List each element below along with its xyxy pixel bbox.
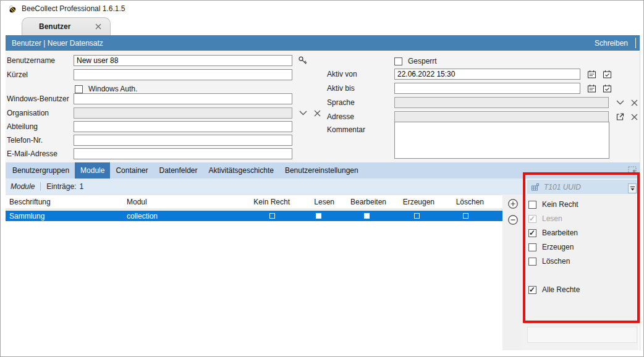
module-info-bar: Module Einträge: 1 <box>6 178 522 195</box>
col-erzeugen[interactable]: Erzeugen <box>392 198 441 206</box>
tab-benutzer[interactable]: Benutzer <box>22 17 111 35</box>
cell-modul: collection <box>127 212 248 220</box>
document-tab-row: Benutzer <box>1 17 643 35</box>
sprache-input[interactable] <box>394 97 609 108</box>
table-field-icon <box>531 183 540 191</box>
panel-checkbox-erzeugen[interactable] <box>528 243 536 251</box>
col-modul[interactable]: Modul <box>127 198 248 206</box>
organisation-label: Organisation <box>7 109 74 117</box>
panel-label-lesen: Lesen <box>542 214 562 223</box>
tab-container[interactable]: Container <box>110 162 153 178</box>
calendar-icon[interactable] <box>586 83 597 94</box>
schreiben-button[interactable]: Schreiben <box>595 39 630 48</box>
calendar-check-icon[interactable] <box>601 83 612 94</box>
windows-benutzer-label: Windows-Benutzer <box>7 94 74 103</box>
record-header-bar: Benutzer | Neuer Datensatz Schreiben <box>6 35 642 51</box>
panel-label-loeschen: Löschen <box>542 257 570 266</box>
adresse-label: Adresse <box>327 112 394 121</box>
divider <box>635 38 636 48</box>
panel-label-alle-rechte: Alle Rechte <box>542 285 580 294</box>
adresse-input[interactable] <box>394 111 609 122</box>
telefon-label: Telefon-Nr. <box>7 136 74 145</box>
panel-footer <box>527 327 637 343</box>
tab-benutzereinstellungen[interactable]: Benutzereinstellungen <box>279 162 364 178</box>
module-table: Beschriftung Modul Kein Recht Lesen Bear… <box>6 195 502 350</box>
table-header-row: Beschriftung Modul Kein Recht Lesen Bear… <box>6 195 502 209</box>
right-gutter <box>640 35 643 350</box>
telefon-input[interactable] <box>74 135 292 146</box>
clear-x-icon[interactable] <box>311 107 323 119</box>
entries-label: Einträge: <box>46 182 76 191</box>
external-link-icon[interactable] <box>614 111 625 122</box>
remove-row-button[interactable] <box>507 214 519 225</box>
col-beschriftung[interactable]: Beschriftung <box>6 198 127 206</box>
table-row[interactable]: Sammlung collection <box>6 211 502 221</box>
panel-checkbox-kein-recht[interactable] <box>528 201 536 209</box>
cell-beschriftung: Sammlung <box>6 212 127 220</box>
row-checkbox-loeschen[interactable] <box>463 213 468 219</box>
close-icon[interactable] <box>95 23 102 30</box>
kuerzel-label: Kürzel <box>7 70 74 79</box>
email-label: E-Mail-Adresse <box>7 149 74 158</box>
app-window: BeeCollect Professional 1.6.1.5 Benutzer… <box>0 0 644 357</box>
row-checkbox-erzeugen[interactable] <box>414 213 420 219</box>
bee-app-icon <box>6 3 17 14</box>
calendar-check-icon[interactable] <box>601 69 612 80</box>
abteilung-label: Abteilung <box>7 122 74 131</box>
row-checkbox-kein-recht[interactable] <box>269 213 275 219</box>
col-bearbeiten[interactable]: Bearbeiten <box>341 198 392 206</box>
float-window-icon[interactable] <box>628 166 637 174</box>
windows-auth-checkbox[interactable] <box>75 85 83 93</box>
entries-count: 1 <box>79 182 83 191</box>
windows-benutzer-input[interactable] <box>74 93 292 104</box>
panel-checkbox-loeschen[interactable] <box>528 258 536 266</box>
benutzername-input[interactable] <box>74 55 292 66</box>
panel-checkbox-lesen <box>528 215 536 223</box>
clear-x-icon[interactable] <box>629 97 640 108</box>
tab-aktivitaetsgeschichte[interactable]: Aktivitätsgeschichte <box>203 162 279 178</box>
chevron-down-icon[interactable] <box>614 97 625 108</box>
tab-benutzergruppen[interactable]: Benutzergruppen <box>7 162 75 178</box>
add-row-button[interactable] <box>507 198 519 209</box>
panel-label-erzeugen: Erzeugen <box>542 243 574 251</box>
gesperrt-checkbox[interactable] <box>394 57 402 65</box>
col-loeschen[interactable]: Löschen <box>441 198 490 206</box>
kuerzel-input[interactable] <box>74 69 292 80</box>
aktiv-von-input[interactable] <box>394 69 580 80</box>
key-icon[interactable] <box>297 55 308 66</box>
benutzername-label: Benutzername <box>7 56 74 65</box>
panel-label-bearbeiten: Bearbeiten <box>542 229 578 237</box>
col-lesen[interactable]: Lesen <box>296 198 341 206</box>
rights-panel-title: T101 UUID <box>544 183 581 191</box>
window-title: BeeCollect Professional 1.6.1.5 <box>22 4 125 13</box>
rights-panel-header: T101 UUID <box>527 180 637 194</box>
col-kein-recht[interactable]: Kein Recht <box>248 198 296 206</box>
organisation-input[interactable] <box>74 107 292 119</box>
email-input[interactable] <box>74 148 292 159</box>
panel-checkbox-alle-rechte[interactable] <box>528 286 536 294</box>
record-title: Benutzer | Neuer Datensatz <box>12 39 103 48</box>
windows-auth-label: Windows Auth. <box>88 85 137 93</box>
rights-panel: T101 UUID Kein Recht Lesen Bearbeiten Er… <box>522 178 638 350</box>
panel-dropdown-button[interactable] <box>628 183 637 193</box>
title-bar: BeeCollect Professional 1.6.1.5 <box>1 1 643 17</box>
tab-datenfelder[interactable]: Datenfelder <box>153 162 203 178</box>
row-checkbox-bearbeiten[interactable] <box>364 213 370 219</box>
kommentar-label: Kommentar <box>327 125 365 134</box>
info-section-label: Module <box>11 182 35 191</box>
tab-module[interactable]: Module <box>75 162 110 178</box>
sprache-label: Sprache <box>327 98 394 107</box>
row-checkbox-lesen[interactable] <box>316 213 321 219</box>
chevron-down-icon[interactable] <box>297 107 308 119</box>
clear-x-icon[interactable] <box>629 111 640 122</box>
aktiv-bis-input[interactable] <box>394 83 580 94</box>
section-tab-strip: Benutzergruppen Module Container Datenfe… <box>6 162 640 178</box>
calendar-icon[interactable] <box>586 69 597 80</box>
gesperrt-label: Gesperrt <box>408 57 437 65</box>
aktiv-bis-label: Aktiv bis <box>327 84 394 93</box>
kommentar-textarea[interactable] <box>394 122 609 159</box>
tab-benutzer-label: Benutzer <box>39 22 70 31</box>
abteilung-input[interactable] <box>74 121 292 132</box>
panel-checkbox-bearbeiten[interactable] <box>528 229 536 237</box>
panel-label-kein-recht: Kein Recht <box>542 200 578 209</box>
